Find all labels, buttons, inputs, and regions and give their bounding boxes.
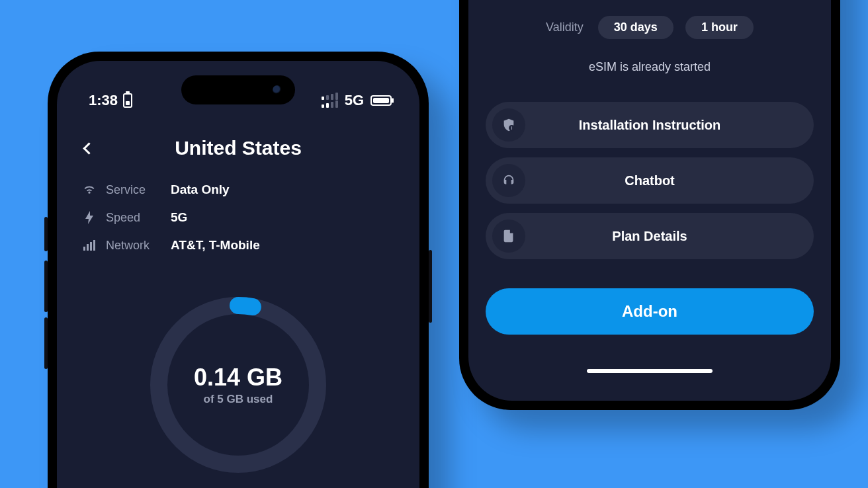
document-icon bbox=[492, 220, 525, 253]
info-label: Network bbox=[106, 239, 161, 253]
bolt-icon bbox=[82, 211, 97, 224]
validity-label: Validity bbox=[546, 20, 584, 34]
phone-right-screen: Validity 30 days 1 hour eSIM is already … bbox=[468, 0, 831, 401]
svg-rect-1 bbox=[87, 244, 89, 251]
usage-ring: 0.14 GB of 5 GB used bbox=[139, 286, 337, 484]
usage-amount: 0.14 GB bbox=[194, 364, 282, 391]
status-time: 1:38 bbox=[89, 92, 118, 109]
add-on-label: Add-on bbox=[622, 302, 677, 321]
info-value: 5G bbox=[171, 210, 187, 225]
phone-side-volume-up bbox=[44, 261, 48, 312]
dual-signal-icon bbox=[322, 93, 338, 108]
phone-side-power bbox=[429, 250, 432, 323]
info-label: Speed bbox=[106, 211, 161, 225]
option-label: Plan Details bbox=[612, 229, 687, 244]
wifi-icon bbox=[82, 184, 97, 195]
option-label: Chatbot bbox=[625, 173, 675, 188]
validity-chip-30-days[interactable]: 30 days bbox=[598, 16, 673, 39]
usage-subtitle: of 5 GB used bbox=[204, 393, 273, 406]
plan-info-block: Service Data Only Speed 5G Network AT&T,… bbox=[77, 176, 400, 259]
screen-header: United States bbox=[77, 136, 400, 160]
add-on-button[interactable]: Add-on bbox=[486, 288, 814, 335]
back-button[interactable] bbox=[77, 136, 101, 160]
info-row-service: Service Data Only bbox=[82, 176, 400, 204]
phone-left-frame: 1:38 5G United States bbox=[48, 52, 429, 488]
option-label: Installation Instruction bbox=[579, 118, 720, 133]
option-chatbot[interactable]: Chatbot bbox=[486, 157, 814, 204]
battery-low-icon bbox=[123, 93, 132, 108]
esim-status-message: eSIM is already started bbox=[486, 60, 814, 74]
page-title: United States bbox=[101, 137, 376, 159]
headset-icon bbox=[492, 164, 525, 197]
phone-right-frame: Validity 30 days 1 hour eSIM is already … bbox=[459, 0, 840, 410]
option-installation-instruction[interactable]: i Installation Instruction bbox=[486, 102, 814, 148]
phone-left-screen: 1:38 5G United States bbox=[57, 61, 419, 488]
signal-bars-icon bbox=[82, 240, 97, 251]
phone-side-volume-down bbox=[44, 317, 48, 369]
info-row-network: Network AT&T, T-Mobile bbox=[82, 231, 400, 259]
info-row-speed: Speed 5G bbox=[82, 204, 400, 231]
validity-row: Validity 30 days 1 hour bbox=[486, 16, 814, 39]
info-value: AT&T, T-Mobile bbox=[171, 238, 260, 253]
phone-side-mute-switch bbox=[44, 217, 48, 251]
info-label: Service bbox=[106, 183, 161, 197]
status-network-label: 5G bbox=[345, 92, 364, 109]
svg-text:i: i bbox=[511, 125, 513, 131]
option-list: i Installation Instruction Chatbot Plan … bbox=[486, 102, 814, 259]
battery-full-icon bbox=[370, 95, 392, 106]
home-indicator[interactable] bbox=[587, 369, 713, 373]
chevron-left-icon bbox=[83, 142, 95, 154]
validity-chip-1-hour[interactable]: 1 hour bbox=[685, 16, 754, 39]
dynamic-island bbox=[181, 75, 295, 104]
svg-rect-0 bbox=[83, 247, 85, 251]
option-plan-details[interactable]: Plan Details bbox=[486, 213, 814, 259]
info-value: Data Only bbox=[171, 183, 230, 197]
shield-info-icon: i bbox=[492, 108, 525, 142]
svg-rect-3 bbox=[93, 240, 95, 251]
svg-rect-2 bbox=[90, 242, 92, 251]
